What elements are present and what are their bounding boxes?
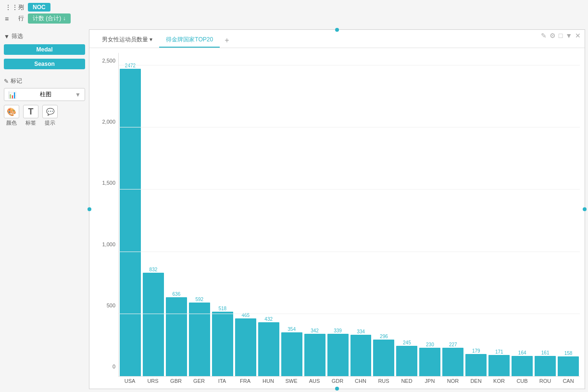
bars-area: 2472832636592518465432354342339334296245… [118, 53, 580, 377]
bar-value: 179 [472, 348, 480, 354]
bar-group[interactable]: 161 [534, 53, 557, 376]
bar-value: 518 [218, 306, 226, 311]
bar-group[interactable]: 342 [303, 53, 326, 376]
label-icon: T [23, 105, 38, 118]
x-label: GER [188, 377, 211, 384]
chevron-down-icon: ▼ [75, 91, 81, 98]
bar-group[interactable]: 334 [350, 53, 373, 376]
bar[interactable] [373, 340, 394, 377]
bar-group[interactable]: 171 [488, 53, 511, 376]
chart-area: 男女性运动员数量 ▾ 得金牌国家TOP20 + ✎ ⚙ □ ▼ ✕ 2,500 … [89, 29, 585, 389]
col-label: 列 [18, 3, 24, 12]
bar-group[interactable]: 245 [395, 53, 418, 376]
y-label-2500: 2,500 [102, 58, 115, 63]
tooltip-tool[interactable]: 💬 提示 [42, 105, 58, 126]
bar-group[interactable]: 465 [234, 53, 257, 376]
bar-value: 334 [357, 329, 365, 334]
bar[interactable] [281, 332, 302, 376]
color-label: 颜色 [6, 119, 17, 126]
bar[interactable] [558, 356, 579, 376]
resize-top[interactable] [335, 28, 339, 32]
bar[interactable] [235, 318, 256, 376]
label-tool[interactable]: T 标签 [23, 105, 38, 126]
tooltip-icon: 💬 [42, 105, 58, 118]
bar-value: 161 [541, 350, 550, 355]
x-label: SWE [280, 377, 303, 384]
x-label: FRA [234, 377, 257, 384]
bar-group[interactable]: 636 [165, 53, 188, 376]
bar[interactable] [143, 273, 164, 376]
bar-group[interactable]: 296 [372, 53, 395, 376]
x-label: GBR [164, 377, 188, 384]
tab-gold-countries[interactable]: 得金牌国家TOP20 [159, 33, 220, 48]
x-label: URS [141, 377, 164, 384]
x-label: CAN [557, 377, 580, 384]
count-chip[interactable]: 计数 (合计) ↓ [28, 13, 71, 24]
bar-value: 227 [449, 342, 457, 347]
season-filter[interactable]: Season [4, 59, 85, 69]
color-tool[interactable]: 🎨 颜色 [4, 105, 19, 126]
more-icon[interactable]: ▼ [565, 32, 572, 39]
medal-filter[interactable]: Medal [4, 44, 85, 55]
bar-group[interactable]: 230 [418, 53, 441, 376]
expand-icon[interactable]: □ [559, 32, 563, 39]
bar[interactable] [350, 335, 372, 376]
grid-line [119, 189, 580, 190]
bar-value: 164 [518, 350, 526, 355]
bar-value: 354 [288, 327, 296, 332]
bar[interactable] [258, 322, 279, 376]
bar[interactable] [120, 69, 141, 376]
x-label: NED [395, 377, 418, 384]
bar[interactable] [212, 312, 233, 376]
bar-group[interactable]: 158 [557, 53, 580, 376]
bar-group[interactable]: 164 [511, 53, 534, 376]
bar[interactable] [535, 356, 556, 376]
y-label-1000: 1,000 [102, 241, 115, 247]
bar[interactable] [327, 334, 349, 376]
bar[interactable] [304, 334, 325, 376]
bar[interactable] [166, 297, 187, 376]
chart-tabs: 男女性运动员数量 ▾ 得金牌国家TOP20 + ✎ ⚙ □ ▼ ✕ [89, 30, 585, 48]
close-icon[interactable]: ✕ [575, 32, 581, 39]
bar-group[interactable]: 2472 [119, 53, 142, 376]
chart-type-selector[interactable]: 📊 柱图 ▼ [4, 88, 85, 101]
tab-athletes[interactable]: 男女性运动员数量 ▾ [95, 33, 159, 48]
bar-group[interactable]: 832 [142, 53, 165, 376]
grid-line [119, 314, 580, 314]
bar-group[interactable]: 179 [464, 53, 488, 376]
tooltip-label: 提示 [45, 119, 55, 126]
bar-group[interactable]: 227 [441, 53, 464, 376]
bar-value: 432 [264, 316, 273, 322]
bar-value: 339 [334, 328, 342, 333]
x-labels: USAURSGBRGERITAFRAHUNSWEAUSGDRCHNRUSNEDJ… [118, 377, 580, 384]
bar[interactable] [442, 348, 463, 376]
bar-chart-icon: 📊 [8, 91, 16, 99]
y-label-0: 0 [113, 364, 115, 369]
bar-group[interactable]: 592 [188, 53, 211, 376]
marks-pin-icon: ✎ [4, 78, 9, 85]
bar-group[interactable]: 432 [257, 53, 280, 376]
x-label: KOR [488, 377, 511, 384]
filter-label: 筛选 [12, 32, 23, 40]
bar-value: 245 [403, 340, 411, 345]
chart-toolbar: ✎ ⚙ □ ▼ ✕ [541, 32, 581, 39]
bar[interactable] [396, 346, 417, 376]
bar[interactable] [512, 356, 533, 376]
bar[interactable] [488, 355, 510, 376]
bar[interactable] [465, 354, 487, 376]
marks-label: ✎ 标记 [4, 77, 85, 85]
x-label: DEN [464, 377, 488, 384]
noc-chip[interactable]: NOC [28, 3, 50, 12]
x-label: NOR [441, 377, 464, 384]
x-label: JPN [418, 377, 441, 384]
bar-group[interactable]: 518 [211, 53, 234, 376]
row-icon: ≡ [5, 15, 14, 23]
bar-group[interactable]: 354 [280, 53, 303, 376]
bar-value: 636 [173, 291, 181, 297]
add-tab-button[interactable]: + [220, 33, 234, 48]
bar[interactable] [419, 348, 440, 376]
settings-icon[interactable]: ⚙ [550, 32, 556, 39]
sidebar: ▼ 筛选 Medal Season ✎ 标记 📊 柱图 ▼ 🎨 颜 [0, 26, 89, 392]
bar-group[interactable]: 339 [326, 53, 350, 376]
edit-icon[interactable]: ✎ [541, 32, 547, 39]
